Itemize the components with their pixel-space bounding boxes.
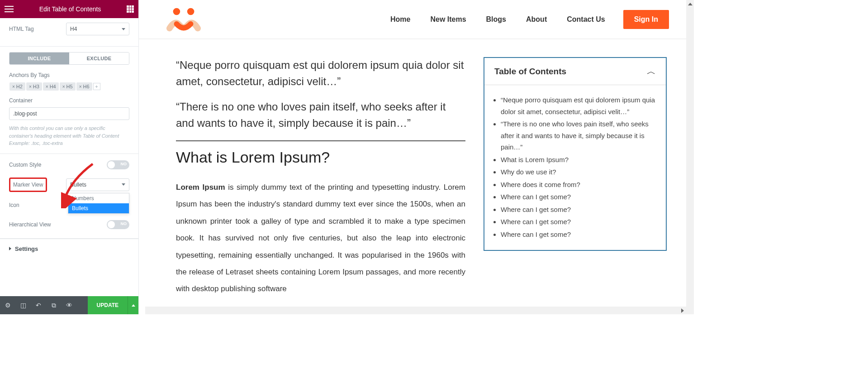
- marker-view-select[interactable]: Bullets: [66, 178, 129, 191]
- anchors-tags[interactable]: ×H2 ×H3 ×H4 ×H5 ×H6 +: [9, 82, 129, 91]
- toc-item[interactable]: Where can I get some?: [501, 229, 656, 240]
- nav-new-items[interactable]: New Items: [430, 15, 466, 24]
- editor-sidebar: Edit Table of Contents HTML Tag H4 INCLU…: [0, 0, 139, 314]
- sign-in-button[interactable]: Sign In: [623, 10, 669, 29]
- tag-chip-h5[interactable]: ×H5: [60, 82, 76, 91]
- container-helper-1: With this control you can use only a spe…: [9, 125, 129, 139]
- toc-item[interactable]: “Neque porro quisquam est qui dolorem ip…: [501, 94, 656, 117]
- svg-point-0: [173, 8, 180, 15]
- toc-item[interactable]: What is Lorem Ipsum?: [501, 154, 656, 166]
- marker-option-numbers[interactable]: Numbers: [68, 193, 129, 203]
- tag-chip-h4[interactable]: ×H4: [43, 82, 59, 91]
- close-icon[interactable]: ×: [12, 84, 15, 89]
- tag-chip-h2[interactable]: ×H2: [9, 82, 25, 91]
- settings-label: Settings: [15, 245, 38, 252]
- marker-option-bullets[interactable]: Bullets: [68, 203, 129, 213]
- horizontal-scrollbar[interactable]: [145, 307, 686, 314]
- tag-chip-h3[interactable]: ×H3: [26, 82, 42, 91]
- nav-about[interactable]: About: [526, 15, 547, 24]
- site-logo[interactable]: [166, 6, 201, 33]
- marker-view-value: Bullets: [70, 182, 86, 188]
- toc-header[interactable]: Table of Contents ︿: [484, 58, 666, 85]
- close-icon[interactable]: ×: [62, 84, 65, 89]
- update-caret-button[interactable]: [128, 296, 138, 314]
- custom-style-label: Custom Style: [9, 162, 41, 168]
- settings-gear-icon[interactable]: ⚙: [0, 296, 15, 314]
- toc-item[interactable]: Where can I get some?: [501, 204, 656, 216]
- settings-section[interactable]: Settings: [0, 239, 138, 259]
- article-paragraph: Lorem Ipsum is simply dummy text of the …: [176, 179, 465, 298]
- quote-heading-2: “There is no one who loves pain itself, …: [176, 99, 465, 131]
- section-heading: What is Lorem Ipsum?: [176, 149, 465, 166]
- divider: [176, 140, 465, 141]
- update-button[interactable]: UPDATE: [88, 296, 128, 314]
- history-icon[interactable]: ↶: [31, 296, 46, 314]
- scroll-right-button[interactable]: [678, 307, 686, 314]
- anchors-label: Anchors By Tags: [9, 72, 129, 78]
- icon-label: Icon: [9, 202, 19, 208]
- switch-no-label: NO: [121, 162, 127, 166]
- close-icon[interactable]: ×: [79, 84, 82, 89]
- container-label: Container: [9, 97, 129, 104]
- container-helper-2: Example: .toc, .toc-extra: [9, 139, 129, 147]
- toc-item[interactable]: “There is no one who loves pain itself, …: [501, 118, 656, 153]
- preview-panel: Home New Items Blogs About Contact Us Si…: [139, 0, 694, 314]
- vertical-scrollbar[interactable]: [686, 0, 694, 314]
- article-body: “Neque porro quisquam est qui dolorem ip…: [176, 57, 465, 298]
- sidebar-header: Edit Table of Contents: [0, 0, 138, 18]
- marker-view-row: Marker View Bullets Numbers Bullets: [0, 176, 138, 198]
- html-tag-row: HTML Tag H4: [0, 18, 138, 40]
- container-input[interactable]: [9, 107, 129, 120]
- marker-view-dropdown: Numbers Bullets: [68, 193, 129, 214]
- apps-icon[interactable]: [127, 5, 134, 13]
- menu-icon[interactable]: [5, 6, 14, 12]
- close-icon[interactable]: ×: [46, 84, 48, 89]
- content-wrap: “Neque porro quisquam est qui dolorem ip…: [139, 39, 694, 298]
- include-exclude-toggle: INCLUDE EXCLUDE: [9, 52, 129, 65]
- chevron-down-icon: [122, 28, 125, 30]
- paragraph-strong: Lorem Ipsum: [176, 183, 225, 192]
- chevron-up-icon: ︿: [647, 65, 656, 77]
- navigator-icon[interactable]: ◫: [15, 296, 31, 314]
- add-tag-button[interactable]: +: [93, 83, 100, 90]
- svg-point-1: [187, 8, 194, 15]
- sidebar-footer: ⚙ ◫ ↶ ⧉ 👁 UPDATE: [0, 296, 138, 314]
- responsive-icon[interactable]: ⧉: [46, 296, 62, 314]
- sidebar-title: Edit Table of Contents: [39, 5, 101, 13]
- toc-item[interactable]: Where can I get some?: [501, 216, 656, 228]
- quote-heading-1: “Neque porro quisquam est qui dolorem ip…: [176, 57, 465, 90]
- html-tag-label: HTML Tag: [9, 26, 34, 32]
- site-header: Home New Items Blogs About Contact Us Si…: [139, 0, 694, 39]
- nav-home[interactable]: Home: [390, 15, 410, 24]
- toc-widget: Table of Contents ︿ “Neque porro quisqua…: [484, 57, 667, 251]
- html-tag-value: H4: [70, 26, 77, 32]
- marker-view-label: Marker View: [9, 178, 47, 192]
- chevron-down-icon: [122, 183, 125, 186]
- toc-item[interactable]: Why do we use it?: [501, 166, 656, 178]
- toc-list: “Neque porro quisquam est qui dolorem ip…: [484, 85, 666, 250]
- exclude-tab[interactable]: EXCLUDE: [69, 53, 129, 64]
- toc-item[interactable]: Where does it come from?: [501, 179, 656, 191]
- sidebar-body: HTML Tag H4 INCLUDE EXCLUDE Anchors By T…: [0, 18, 138, 296]
- include-tab[interactable]: INCLUDE: [9, 53, 69, 64]
- html-tag-select[interactable]: H4: [66, 23, 129, 35]
- chevron-up-icon: [132, 304, 135, 307]
- custom-style-switch[interactable]: NO: [107, 160, 129, 169]
- toc-item[interactable]: Where can I get some?: [501, 191, 656, 203]
- chevron-right-icon: [9, 247, 11, 250]
- scroll-up-button[interactable]: [686, 0, 694, 8]
- hierarchical-view-switch[interactable]: NO: [107, 220, 129, 229]
- preview-icon[interactable]: 👁: [62, 296, 77, 314]
- toc-title: Table of Contents: [494, 67, 566, 77]
- nav-blogs[interactable]: Blogs: [486, 15, 506, 24]
- close-icon[interactable]: ×: [29, 84, 32, 89]
- nav-contact[interactable]: Contact Us: [567, 15, 605, 24]
- hierarchical-view-label: Hierarchical View: [9, 221, 51, 228]
- hierarchical-view-row: Hierarchical View NO: [0, 218, 138, 235]
- paragraph-rest: is simply dummy text of the printing and…: [176, 183, 465, 293]
- switch-no-label: NO: [121, 221, 127, 226]
- custom-style-row: Custom Style NO: [0, 154, 138, 176]
- tag-chip-h6[interactable]: ×H6: [76, 82, 92, 91]
- nav-links: Home New Items Blogs About Contact Us: [390, 15, 605, 24]
